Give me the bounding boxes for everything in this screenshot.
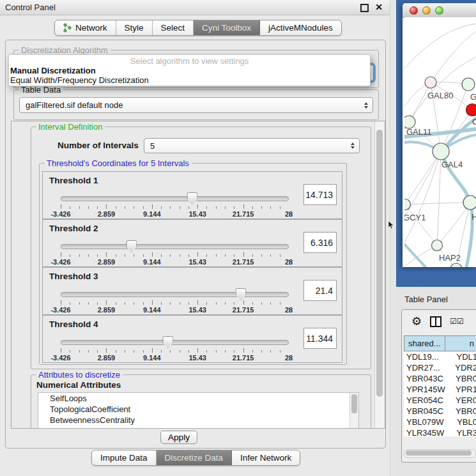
group-title: Interval Definition	[36, 122, 105, 132]
table-row[interactable]: YPR145WYPR1	[404, 384, 476, 395]
threshold-3-slider[interactable]: -3.426 2.859 9.144 15.43 21.715 28	[61, 289, 289, 314]
table-row[interactable]: YDR27...YDR2	[404, 362, 476, 373]
algorithm-dropdown-popup: Select algorithm to view settings Manual…	[8, 54, 371, 86]
apply-button[interactable]: Apply	[160, 431, 197, 444]
slider-ticks	[61, 204, 289, 210]
close-icon[interactable]: ✕	[375, 2, 383, 12]
table-data-value: galFiltered.sif default node	[26, 100, 123, 110]
split-columns-icon[interactable]	[430, 316, 441, 327]
tab-cyni-toolbox[interactable]: Cyni Toolbox	[194, 20, 260, 35]
node-table: shared... n YDL19...YDL1 YDR27...YDR2 YB…	[404, 335, 476, 436]
slider-ticks	[61, 252, 289, 257]
tab-network[interactable]: Network	[55, 20, 116, 35]
tab-infer-network[interactable]: Infer Network	[232, 450, 300, 465]
checkboxes-icon[interactable]: ☑☑	[450, 317, 464, 326]
panel-title: Control Panel	[5, 3, 56, 12]
control-panel-titlebar: Control Panel ✕	[0, 0, 390, 15]
svg-text:C: C	[472, 117, 476, 127]
list-scrollbar[interactable]	[349, 393, 358, 429]
tab-jactivemnodules[interactable]: jActiveMNodules	[260, 20, 341, 35]
threshold-panel: Threshold 4 -3.426 2.859 9.144 15.43 21.…	[42, 315, 342, 363]
float-window-icon[interactable]	[360, 4, 369, 12]
threshold-1-value[interactable]: 14.713	[303, 184, 337, 205]
network-node	[432, 240, 443, 251]
table-row[interactable]: YDL19...YDL1	[404, 351, 476, 362]
close-traffic-light-icon[interactable]	[410, 6, 418, 15]
table-row[interactable]: YBR045CYBR0	[404, 406, 476, 417]
slider-track[interactable]	[61, 244, 289, 249]
intervals-combobox[interactable]: 5	[144, 138, 360, 153]
table-panel-section: Table Panel ⚙ ☑☑ shared... n YDL19...YDL…	[396, 287, 476, 476]
slider-thumb[interactable]	[162, 336, 173, 348]
interval-definition-group: Interval Definition Number of Intervals …	[31, 127, 371, 369]
attributes-list: SelfLoops TopologicalCoefficient Between…	[38, 392, 359, 429]
column-header[interactable]: shared...	[404, 335, 445, 351]
list-item[interactable]: SelfLoops	[38, 393, 358, 404]
dropdown-placeholder[interactable]: Select algorithm to view settings	[9, 56, 370, 66]
tab-select[interactable]: Select	[153, 20, 194, 35]
threshold-3-value[interactable]: 21.4	[303, 280, 337, 301]
bottom-tab-bar: Impute Data Discretize Data Infer Networ…	[91, 450, 300, 466]
network-node-selected	[466, 104, 476, 116]
threshold-2-slider[interactable]: -3.426 2.859 9.144 15.43 21.715 28	[61, 242, 289, 266]
threshold-4-value[interactable]: 11.344	[303, 328, 337, 349]
group-title: Discretization Algorithm	[19, 45, 111, 55]
cyni-toolbox-panel: Discretization Algorithm Table Data galF…	[5, 40, 386, 449]
intervals-label: Number of Intervals	[58, 141, 139, 150]
network-node	[450, 263, 462, 267]
threshold-1-slider[interactable]: -3.426 2.859 9.144 15.43 21.715 28	[61, 194, 289, 218]
table-data-combobox[interactable]: galFiltered.sif default node	[19, 97, 373, 113]
table-panel-body: ⚙ ☑☑ shared... n YDL19...YDL1 YDR27...YD…	[401, 309, 476, 463]
vertical-scrollbar[interactable]	[374, 121, 385, 428]
slider-thumb[interactable]	[187, 192, 197, 204]
svg-text:HAP2: HAP2	[439, 253, 461, 263]
threshold-4-slider[interactable]: -3.426 2.859 9.144 15.43 21.715 28	[61, 337, 289, 362]
threshold-panel: Threshold 2 -3.426 2.859 9.144 15.43 21.…	[42, 219, 342, 267]
network-node	[463, 196, 476, 210]
tab-style[interactable]: Style	[116, 20, 153, 35]
minimize-traffic-light-icon[interactable]	[422, 6, 431, 15]
table-row[interactable]: YBL079WYBL0	[404, 417, 476, 427]
table-row[interactable]: YLR345WYLR3	[404, 427, 476, 436]
thresholds-group: Threshold's Coordinates for 5 Intervals …	[39, 163, 347, 365]
table-header: shared... n	[404, 335, 476, 351]
tab-discretize-data[interactable]: Discretize Data	[157, 450, 233, 465]
slider-track[interactable]	[61, 340, 289, 345]
threshold-2-value[interactable]: 6.316	[303, 232, 337, 253]
svg-text:H: H	[472, 212, 476, 222]
svg-text:GAL11: GAL11	[406, 127, 432, 137]
slider-thumb[interactable]	[236, 288, 247, 300]
app-root: Control Panel ✕ Network Style Select Cyn…	[0, 0, 476, 476]
network-canvas[interactable]: GAL80 GA C GAL11 GAL4 GCY1 H HAP2	[404, 17, 476, 267]
network-window-titlebar[interactable]	[403, 3, 476, 18]
tab-impute-data[interactable]: Impute Data	[92, 450, 157, 465]
numerical-attributes-label: Numerical Attributes	[36, 380, 121, 390]
list-item[interactable]: BetweennessCentrality	[38, 415, 358, 426]
dropdown-option[interactable]: Equal Width/Frequency Discretization	[9, 75, 370, 85]
group-title: Threshold's Coordinates for 5 Intervals	[44, 158, 192, 168]
dropdown-option[interactable]: Manual Discretization	[9, 66, 370, 75]
slider-ticks	[61, 348, 289, 353]
group-title: Table Data	[19, 85, 63, 95]
slider-track[interactable]	[61, 196, 289, 201]
table-row[interactable]: YBR043CYBR0	[404, 373, 476, 384]
network-node	[433, 143, 449, 160]
table-panel-title: Table Panel	[404, 295, 448, 304]
column-header[interactable]: n	[445, 335, 476, 351]
scrollbar-thumb[interactable]	[406, 450, 472, 456]
attributes-group: Attributes to discretize Numerical Attri…	[31, 374, 371, 429]
network-icon	[63, 23, 72, 33]
svg-text:GAL80: GAL80	[427, 91, 453, 100]
settings-scroll-viewport: Interval Definition Number of Intervals …	[11, 121, 385, 429]
list-item[interactable]: TopologicalCoefficient	[38, 404, 358, 415]
slider-track[interactable]	[61, 292, 289, 297]
scrollbar-thumb[interactable]	[376, 130, 383, 397]
svg-text:GAL4: GAL4	[441, 160, 463, 169]
spinner-arrows-icon	[364, 102, 368, 109]
slider-thumb[interactable]	[126, 240, 137, 252]
gear-icon[interactable]: ⚙	[411, 316, 422, 327]
top-tab-bar: Network Style Select Cyni Toolbox jActiv…	[54, 20, 342, 36]
table-row[interactable]: YER054CYER0	[404, 395, 476, 406]
zoom-traffic-light-icon[interactable]	[435, 6, 443, 15]
horizontal-scrollbar[interactable]	[404, 449, 476, 458]
